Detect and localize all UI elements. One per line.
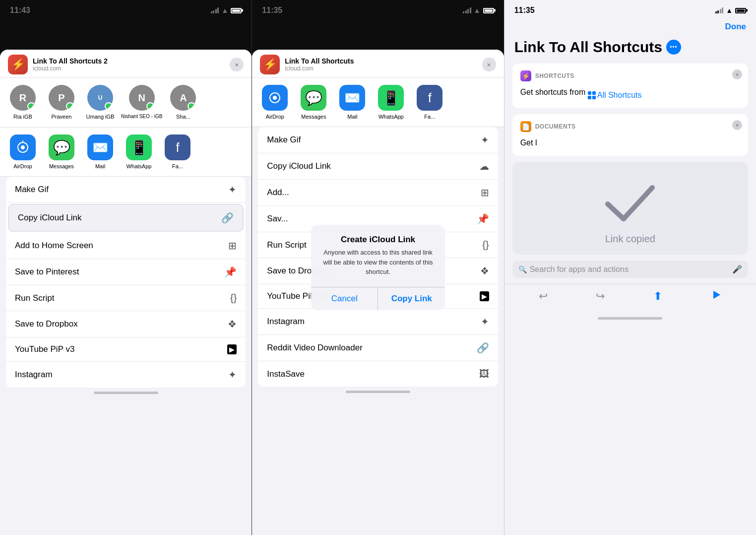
share-button[interactable]: ⬆ (653, 290, 662, 303)
youtube-pip-item[interactable]: YouTube PiP v3 ▶ (6, 337, 246, 362)
add-home-icon: ⊞ (228, 240, 237, 252)
contact-item[interactable]: P Praveen (44, 85, 79, 120)
save-dropbox-label: Save to Dropbox (15, 319, 78, 329)
home-indicator-1 (94, 392, 158, 394)
contact-name: Nishant SEO - iGB (121, 114, 162, 120)
mail-share[interactable]: ✉️ Mail (82, 134, 118, 169)
dialog-title: Create iCloud Link (311, 225, 445, 248)
youtube-pip-label: YouTube PiP v3 (15, 344, 74, 354)
status-icons-3: ▲ (715, 6, 746, 14)
editor-title: Link To All Shortcuts (514, 39, 662, 56)
battery-icon-3 (735, 8, 746, 13)
run-script-item[interactable]: Run Script {} (6, 285, 246, 311)
shortcuts-card: ⚡ SHORTCUTS × Get shortcuts from All Sho… (512, 64, 748, 108)
contact-item[interactable]: U Umang iGB (82, 85, 118, 120)
run-script-icon: {} (230, 292, 237, 304)
airdrop-share[interactable]: AirDrop (5, 134, 41, 169)
wifi-icon-3: ▲ (726, 6, 733, 14)
menu-group-1: Make Gif ✦ Copy iCloud Link 🔗 Add to Hom… (6, 177, 246, 388)
battery-icon-1 (231, 8, 242, 13)
save-pinterest-item[interactable]: Save to Pinterest 📌 (6, 259, 246, 285)
save-pinterest-icon: 📌 (224, 266, 237, 278)
documents-card: 📄 DOCUMENTS × Get l (512, 114, 748, 156)
panel-3: 11:35 ▲ Done Link To All Shortcuts ••• (504, 0, 756, 535)
redo-button[interactable]: ↪ (596, 290, 605, 303)
contact-item[interactable]: N Nishant SEO - iGB (121, 85, 162, 120)
home-indicator-3 (598, 317, 662, 320)
share-app-info-1: ⚡ Link To All Shortcuts 2 icloud.com (8, 55, 108, 74)
run-script-label: Run Script (15, 293, 54, 303)
copy-link-icon: 🔗 (221, 212, 234, 224)
share-header-1: ⚡ Link To All Shortcuts 2 icloud.com × (0, 50, 252, 78)
time-3: 11:35 (514, 6, 535, 15)
messages-share[interactable]: 💬 Messages (44, 134, 79, 169)
done-button[interactable]: Done (725, 22, 746, 32)
make-gif-icon: ✦ (228, 184, 237, 196)
whatsapp-share[interactable]: 📱 WhatsApp (121, 134, 157, 169)
copy-link-label: Copy iCloud Link (18, 213, 82, 223)
menu-section-1: Make Gif ✦ Copy iCloud Link 🔗 Add to Hom… (0, 177, 252, 388)
contact-item[interactable]: R Ria iGB (5, 85, 41, 120)
panel-1: 11:43 ▲ ⚡ Link To All Shortcuts 2 (0, 0, 252, 535)
contacts-row-1: R Ria iGB P Praveen U Umang iGB (0, 78, 252, 128)
contact-item[interactable]: A Sha... (165, 85, 201, 120)
contact-avatar: N (129, 85, 155, 111)
play-button[interactable] (711, 289, 722, 303)
save-dropbox-item[interactable]: Save to Dropbox ❖ (6, 311, 246, 337)
checkmark-icon (603, 182, 657, 228)
fb-label: Fa... (172, 163, 183, 169)
shortcuts-body-prefix: Get shortcuts from (520, 88, 586, 96)
add-home-item[interactable]: Add to Home Screen ⊞ (6, 233, 246, 259)
editor-title-row: Link To All Shortcuts ••• (504, 36, 756, 64)
cancel-button[interactable]: Cancel (311, 287, 378, 310)
whatsapp-label: WhatsApp (126, 163, 152, 169)
contact-name: Sha... (176, 114, 190, 120)
messages-label: Messages (49, 163, 74, 169)
instagram-icon: ✦ (228, 369, 237, 381)
search-placeholder: Search for apps and actions (530, 265, 729, 274)
copy-link-item[interactable]: Copy iCloud Link 🔗 (8, 204, 244, 232)
contact-name: Praveen (52, 114, 72, 120)
share-close-1[interactable]: × (230, 58, 244, 71)
instagram-item[interactable]: Instagram ✦ (6, 362, 246, 388)
mail-label: Mail (95, 163, 105, 169)
contact-badge (27, 102, 35, 110)
shortcuts-card-close[interactable]: × (732, 69, 742, 79)
contact-badge (146, 102, 154, 110)
bottom-toolbar: ↩ ↪ ⬆ (504, 284, 756, 313)
search-icon: 🔍 (518, 266, 527, 273)
status-bar-3: 11:35 ▲ (504, 0, 756, 18)
contact-avatar: R (10, 85, 36, 111)
mic-icon: 🎤 (732, 265, 742, 274)
undo-button[interactable]: ↩ (539, 290, 548, 303)
dialog-buttons: Cancel Copy Link (311, 287, 445, 310)
youtube-pip-icon: ▶ (227, 344, 237, 354)
search-bar[interactable]: 🔍 Search for apps and actions 🎤 (512, 261, 748, 278)
editor-header: Done (504, 18, 756, 36)
documents-card-close[interactable]: × (732, 120, 742, 130)
fb-icon: f (165, 134, 190, 160)
copy-link-button[interactable]: Copy Link (378, 287, 445, 310)
link-copied-area: Link copied (512, 162, 748, 255)
contact-badge (66, 102, 74, 110)
airdrop-label: AirDrop (13, 163, 32, 169)
contact-avatar: U (87, 85, 113, 111)
whatsapp-icon: 📱 (126, 134, 152, 160)
link-copied-label: Link copied (605, 233, 655, 245)
documents-card-header: 📄 DOCUMENTS (520, 121, 740, 132)
more-dots-icon: ••• (670, 44, 678, 51)
signal-icon-3 (715, 7, 724, 13)
share-sub-1: icloud.com (33, 65, 108, 72)
make-gif-label: Make Gif (15, 185, 49, 195)
documents-card-body: Get l (520, 137, 740, 149)
fb-share[interactable]: f Fa... (160, 134, 195, 169)
save-pinterest-label: Save to Pinterest (15, 267, 79, 277)
make-gif-item[interactable]: Make Gif ✦ (6, 177, 246, 203)
contact-badge (105, 102, 113, 110)
share-app-icon-1: ⚡ (8, 55, 28, 74)
contact-avatar: A (170, 85, 196, 111)
documents-card-icon: 📄 (520, 121, 531, 132)
more-button[interactable]: ••• (666, 40, 681, 55)
instagram-label: Instagram (15, 370, 53, 380)
svg-point-1 (21, 145, 25, 149)
